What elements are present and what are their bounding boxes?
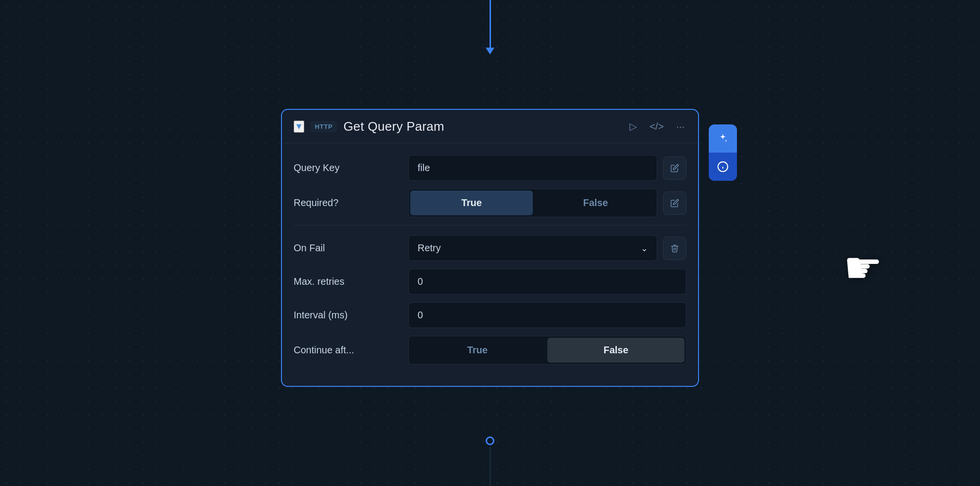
continue-false-button[interactable]: False bbox=[547, 338, 684, 363]
required-label: Required? bbox=[294, 197, 401, 208]
more-button[interactable]: ··· bbox=[674, 119, 686, 134]
node-title: Get Query Param bbox=[343, 119, 622, 134]
on-fail-label: On Fail bbox=[294, 243, 401, 254]
on-fail-select[interactable]: Retry ⌄ bbox=[408, 235, 657, 261]
top-connector bbox=[486, 0, 494, 54]
continue-row: Continue aft... True False bbox=[294, 336, 686, 364]
node-card: ▼ HTTP Get Query Param ▷ </> ··· Query K… bbox=[281, 109, 699, 387]
info-icon bbox=[717, 161, 729, 173]
on-fail-control: Retry ⌄ bbox=[408, 235, 686, 261]
cursor-hand: ☛ bbox=[843, 242, 883, 293]
interval-label: Interval (ms) bbox=[294, 310, 401, 321]
play-button[interactable]: ▷ bbox=[628, 119, 639, 134]
side-panel bbox=[709, 124, 737, 181]
on-fail-delete-button[interactable] bbox=[663, 237, 686, 260]
card-body: Query Key Required? True bbox=[282, 143, 698, 386]
continue-toggle-group: True False bbox=[408, 336, 686, 364]
header-actions: ▷ </> ··· bbox=[628, 119, 686, 134]
top-connector-arrow bbox=[486, 48, 494, 54]
top-connector-line bbox=[490, 0, 491, 49]
node-type-badge: HTTP bbox=[310, 121, 338, 132]
required-control: True False bbox=[408, 189, 686, 217]
edit-icon bbox=[670, 164, 679, 173]
section-divider bbox=[294, 225, 686, 226]
bottom-connector bbox=[486, 436, 494, 486]
max-retries-input[interactable] bbox=[408, 269, 686, 295]
card-header: ▼ HTTP Get Query Param ▷ </> ··· bbox=[282, 110, 698, 143]
query-key-edit-button[interactable] bbox=[663, 156, 686, 180]
required-true-button[interactable]: True bbox=[410, 191, 533, 215]
collapse-button[interactable]: ▼ bbox=[294, 121, 304, 133]
max-retries-label: Max. retries bbox=[294, 276, 401, 287]
query-key-row: Query Key bbox=[294, 155, 686, 181]
interval-input[interactable] bbox=[408, 302, 686, 328]
scene: ▼ HTTP Get Query Param ▷ </> ··· Query K… bbox=[0, 0, 980, 486]
required-false-button[interactable]: False bbox=[534, 189, 657, 217]
max-retries-control bbox=[408, 269, 686, 295]
on-fail-row: On Fail Retry ⌄ bbox=[294, 235, 686, 261]
required-row: Required? True False bbox=[294, 189, 686, 217]
bottom-connector-line bbox=[490, 447, 491, 486]
max-retries-row: Max. retries bbox=[294, 269, 686, 295]
required-toggle-group: True False bbox=[408, 189, 657, 217]
interval-control bbox=[408, 302, 686, 328]
edit-icon-2 bbox=[670, 199, 679, 208]
query-key-control bbox=[408, 155, 686, 181]
bottom-connector-dot bbox=[486, 436, 494, 445]
interval-row: Interval (ms) bbox=[294, 302, 686, 328]
info-button[interactable] bbox=[709, 153, 737, 181]
chevron-down-icon: ⌄ bbox=[641, 243, 648, 254]
query-key-label: Query Key bbox=[294, 162, 401, 174]
required-edit-button[interactable] bbox=[663, 191, 686, 215]
magic-button[interactable] bbox=[709, 124, 737, 153]
trash-icon bbox=[670, 244, 679, 253]
continue-true-button[interactable]: True bbox=[409, 336, 546, 364]
continue-control: True False bbox=[408, 336, 686, 364]
query-key-input[interactable] bbox=[408, 155, 657, 181]
code-button[interactable]: </> bbox=[648, 119, 665, 134]
on-fail-value: Retry bbox=[418, 243, 441, 254]
magic-icon bbox=[718, 133, 728, 144]
continue-label: Continue aft... bbox=[294, 345, 401, 356]
